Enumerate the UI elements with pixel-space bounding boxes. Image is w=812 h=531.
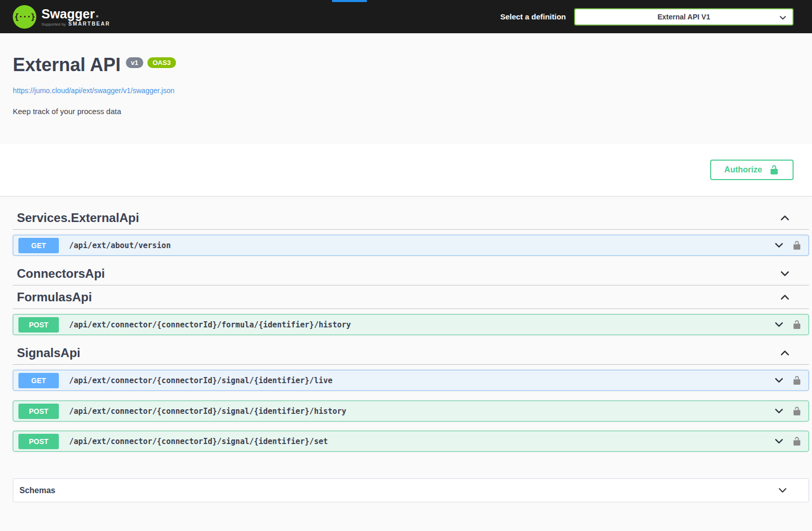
- schemas-section[interactable]: Schemas: [13, 478, 809, 502]
- logo-braces-glyph: {···}: [14, 12, 35, 21]
- chevron-down-icon[interactable]: [774, 375, 784, 386]
- unlock-icon[interactable]: [792, 375, 802, 385]
- section-signalsapi[interactable]: SignalsApi: [13, 341, 809, 365]
- operation-row[interactable]: POST /api/ext/connector/{connectorId}/si…: [13, 401, 809, 422]
- method-badge: POST: [18, 317, 59, 333]
- section-title: Services.ExternalApi: [17, 211, 139, 225]
- chevron-down-icon[interactable]: [779, 268, 791, 279]
- section-title: ConnectorsApi: [17, 267, 105, 281]
- operation-row[interactable]: GET /api/ext/about/version: [13, 235, 809, 256]
- operation-path: /api/ext/about/version: [69, 241, 171, 250]
- operations-wrapper: Services.ExternalApi GET /api/ext/about/…: [0, 206, 812, 502]
- oas3-badge: OAS3: [147, 57, 175, 68]
- operation-path: /api/ext/connector/{connectorId}/formula…: [69, 320, 351, 329]
- swagger-logo[interactable]: {···} Swagger Supported by SMARTBEAR: [13, 5, 110, 29]
- chevron-up-icon[interactable]: [779, 292, 791, 303]
- operation-row[interactable]: GET /api/ext/connector/{connectorId}/sig…: [13, 370, 809, 391]
- chevron-down-icon[interactable]: [774, 319, 784, 330]
- unlock-icon[interactable]: [792, 436, 802, 446]
- trademark-dot: [96, 15, 98, 17]
- api-description: Keep track of your process data: [13, 107, 799, 116]
- section-title: SignalsApi: [17, 346, 80, 360]
- unlock-icon[interactable]: [792, 240, 802, 250]
- logo-text: Swagger Supported by SMARTBEAR: [41, 7, 110, 27]
- smartbear-label: SMARTBEAR: [69, 21, 111, 27]
- unlock-icon[interactable]: [792, 320, 802, 329]
- unlock-icon: [769, 165, 779, 175]
- brand-name: Swagger: [41, 7, 95, 20]
- version-badge: v1: [126, 57, 143, 68]
- method-badge: POST: [18, 434, 59, 449]
- operation-row[interactable]: POST /api/ext/connector/{connectorId}/si…: [13, 431, 809, 452]
- chevron-down-icon[interactable]: [774, 240, 784, 251]
- unlock-icon[interactable]: [792, 406, 802, 416]
- operation-path: /api/ext/connector/{connectorId}/signal/…: [69, 407, 346, 416]
- operation-path: /api/ext/connector/{connectorId}/signal/…: [69, 376, 333, 385]
- method-badge: GET: [18, 373, 59, 388]
- supported-by-label: Supported by: [41, 22, 66, 27]
- swagger-logo-icon: {···}: [13, 5, 36, 29]
- definition-selector: Select a definition External API V1: [500, 8, 794, 26]
- schemas-title: Schemas: [19, 486, 55, 495]
- chevron-down-icon[interactable]: [777, 485, 788, 496]
- authorize-button[interactable]: Authorize: [710, 160, 794, 180]
- active-tab-indicator: [332, 0, 367, 2]
- chevron-up-icon[interactable]: [779, 347, 791, 359]
- chevron-down-icon: [778, 13, 787, 23]
- section-title: FormulasApi: [17, 290, 92, 304]
- definition-label: Select a definition: [500, 12, 566, 21]
- method-badge: POST: [18, 404, 59, 419]
- operation-row[interactable]: POST /api/ext/connector/{connectorId}/fo…: [13, 314, 809, 335]
- operation-path: /api/ext/connector/{connectorId}/signal/…: [69, 437, 328, 446]
- authorize-label: Authorize: [725, 165, 762, 174]
- api-info-section: External API v1 OAS3 https://jumo.cloud/…: [0, 33, 812, 144]
- section-services-externalapi[interactable]: Services.ExternalApi: [13, 206, 809, 230]
- spec-url-link[interactable]: https://jumo.cloud/api/ext/swagger/v1/sw…: [13, 86, 174, 95]
- topbar: {···} Swagger Supported by SMARTBEAR Sel…: [0, 0, 812, 33]
- chevron-down-icon[interactable]: [774, 436, 784, 447]
- definition-select[interactable]: External API V1: [574, 8, 794, 26]
- scheme-container: Authorize: [0, 144, 812, 196]
- chevron-up-icon[interactable]: [779, 212, 791, 224]
- definition-selected-value: External API V1: [657, 13, 710, 21]
- section-connectorsapi[interactable]: ConnectorsApi: [13, 262, 809, 285]
- chevron-down-icon[interactable]: [774, 406, 784, 416]
- section-formulasapi[interactable]: FormulasApi: [13, 285, 809, 309]
- page-title: External API: [13, 54, 121, 76]
- method-badge: GET: [18, 238, 59, 253]
